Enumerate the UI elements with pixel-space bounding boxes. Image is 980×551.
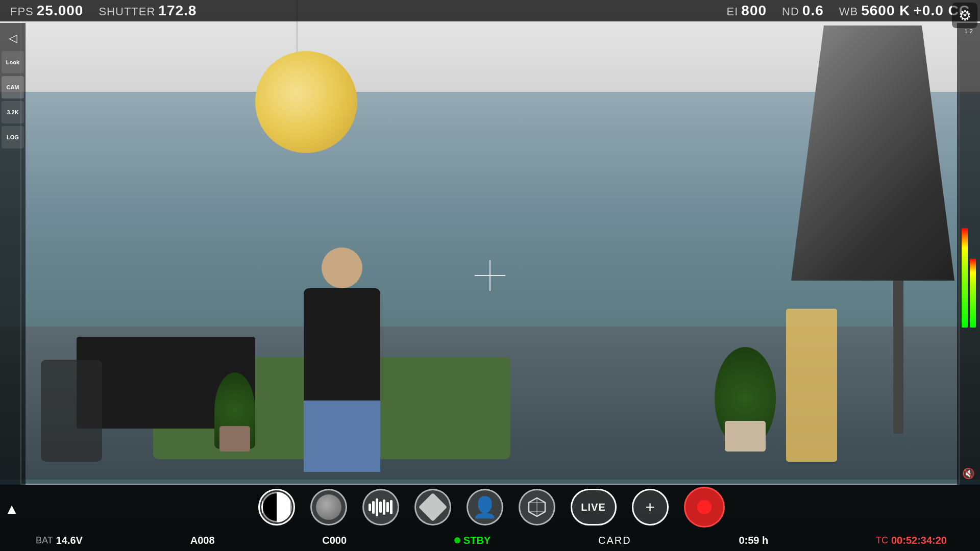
bat-label: BAT	[36, 535, 53, 546]
person-head	[322, 247, 362, 288]
duration-value: 0:59 h	[739, 535, 768, 546]
person-right	[786, 309, 837, 462]
record-button[interactable]	[684, 487, 725, 528]
nd-label: ND	[782, 5, 799, 18]
arrow-up-icon[interactable]: ▲	[5, 501, 19, 517]
shutter-group: SHUTTER 172.8	[99, 3, 197, 19]
camera-viewfinder	[0, 0, 980, 551]
svg-point-4	[697, 500, 712, 514]
controls-row: 👤 LIVE +	[26, 485, 957, 530]
log-button[interactable]: LOG	[2, 126, 24, 148]
waveform-icon	[369, 497, 393, 517]
nd-group: ND 0.6	[782, 3, 824, 19]
audio-meter-ch1	[962, 228, 968, 328]
person-left	[41, 360, 102, 462]
record-icon	[694, 497, 715, 517]
settings-button[interactable]: ⚙	[952, 3, 977, 28]
status-bar: BAT 14.6V A008 C000 STBY CARD 0:59 h TC …	[26, 530, 957, 551]
duration-status: 0:59 h	[739, 535, 768, 546]
softbox-stand	[893, 281, 903, 434]
battery-status: BAT 14.6V	[36, 535, 83, 546]
lamp-shade	[255, 51, 357, 153]
waveform-bar-7	[390, 500, 393, 514]
color-blob-icon	[316, 494, 341, 520]
waveform-bar-3	[376, 498, 378, 516]
stby-label: STBY	[463, 535, 491, 546]
stby-dot	[454, 537, 460, 543]
wb-label: WB	[839, 5, 858, 18]
person-icon: 👤	[472, 495, 498, 519]
look-button[interactable]: Look	[2, 51, 24, 73]
crosshair	[475, 260, 505, 291]
fps-value: 25.000	[37, 3, 84, 19]
diamond-icon	[418, 493, 447, 522]
wb-value: 5600 K	[861, 3, 910, 19]
audio-meter-ch2	[970, 259, 976, 328]
stby-status: STBY	[454, 535, 491, 546]
half-circle-icon	[261, 492, 292, 522]
waveform-bar-4	[379, 502, 382, 513]
plant-pot-1	[219, 426, 250, 452]
tc-value: 00:52:34:20	[891, 535, 947, 546]
add-button[interactable]: +	[632, 489, 669, 525]
ch1-label: 1	[964, 28, 967, 34]
resolution-button[interactable]: 3.2K	[2, 101, 24, 123]
clip-value: A008	[190, 535, 215, 546]
mute-icon: 🔇	[962, 468, 975, 479]
person-legs	[304, 400, 380, 472]
clip-status: A008	[190, 535, 215, 546]
take-status: C000	[322, 535, 347, 546]
shutter-label: SHUTTER	[99, 5, 155, 18]
person-main	[296, 247, 388, 462]
hud-right-group: EI 800 ND 0.6 WB 5600 K +0.0 CC	[727, 3, 970, 19]
color-button[interactable]	[310, 489, 347, 525]
bottom-toolbar: 👤 LIVE + BAT 14.	[0, 485, 980, 551]
lut-button[interactable]	[258, 489, 295, 525]
back-button[interactable]: ◁	[3, 28, 23, 48]
mute-button[interactable]: 🔇	[962, 467, 975, 480]
live-button[interactable]: LIVE	[571, 489, 617, 525]
timecode-status: TC 00:52:34:20	[876, 535, 947, 546]
audio-meters	[962, 174, 976, 328]
log-label: LOG	[7, 134, 19, 140]
wb-group: WB 5600 K +0.0 CC	[839, 3, 970, 19]
tc-label: TC	[876, 535, 888, 546]
ch2-label: 2	[970, 28, 973, 34]
fps-group: FPS 25.000	[10, 3, 83, 19]
res-label: 3.2K	[7, 109, 18, 115]
waveform-bar-5	[383, 499, 385, 515]
bat-value: 14.6V	[56, 535, 83, 546]
look-label: Look	[6, 59, 19, 65]
shutter-value: 172.8	[158, 3, 197, 19]
cube-icon	[526, 496, 548, 518]
waveform-bar-1	[369, 504, 371, 511]
right-sidebar-audio: 1 2 🔇	[957, 23, 980, 485]
person-body	[304, 288, 380, 400]
fps-label: FPS	[10, 5, 34, 18]
gear-icon: ⚙	[959, 7, 971, 24]
waveform-bar-2	[372, 501, 375, 514]
ei-group: EI 800	[727, 3, 767, 19]
add-icon: +	[645, 498, 655, 517]
back-icon: ◁	[9, 32, 17, 45]
audio-channel-labels: 1 2	[964, 28, 972, 34]
person-button[interactable]: 👤	[467, 489, 503, 525]
card-label: CARD	[598, 535, 631, 546]
ei-value: 800	[741, 3, 767, 19]
waveform-bar-6	[386, 502, 389, 512]
nav-arrow[interactable]: ▲	[2, 489, 22, 530]
ei-label: EI	[727, 5, 739, 18]
waveform-button[interactable]	[362, 489, 399, 525]
nd-value: 0.6	[802, 3, 824, 19]
cam-label: CAM	[6, 84, 19, 90]
take-value: C000	[322, 535, 347, 546]
plant-pot-2	[725, 421, 766, 452]
left-sidebar: ◁ Look CAM 3.2K LOG	[0, 23, 26, 485]
hud-left-group: FPS 25.000 SHUTTER 172.8	[10, 3, 197, 19]
live-label: LIVE	[581, 502, 605, 513]
cube-button[interactable]	[519, 489, 555, 525]
card-status: CARD	[598, 535, 631, 546]
hud-top-bar: FPS 25.000 SHUTTER 172.8 EI 800 ND 0.6 W…	[0, 0, 980, 21]
cam-button[interactable]: CAM	[2, 76, 24, 98]
diamond-button[interactable]	[414, 489, 451, 525]
